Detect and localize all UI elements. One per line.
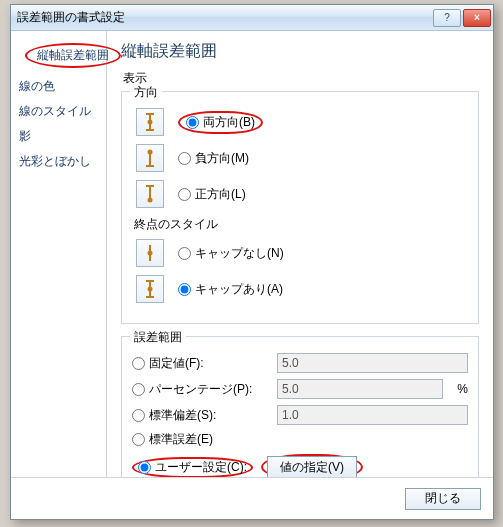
highlight-ellipse: ユーザー設定(C): — [132, 457, 253, 478]
error-percent-input[interactable] — [277, 379, 443, 399]
direction-plus-label: 正方向(L) — [195, 186, 246, 203]
direction-both-icon[interactable] — [136, 108, 164, 136]
error-amount-group: 誤差範囲 固定値(F): パーセンテージ(P): % — [121, 336, 479, 477]
error-percent-label: パーセンテージ(P): — [149, 381, 269, 398]
endstyle-cap-label: キャップあり(A) — [195, 281, 283, 298]
highlight-ellipse: 両方向(B) — [178, 111, 263, 134]
svg-point-11 — [148, 251, 153, 256]
highlight-ellipse: 値の指定(V) — [261, 454, 363, 477]
display-label: 表示 — [123, 70, 479, 87]
direction-minus-radio[interactable] — [178, 152, 191, 165]
close-button[interactable]: × — [463, 9, 491, 27]
error-stddev-radio[interactable] — [132, 409, 145, 422]
sidebar-item-glow[interactable]: 光彩とぼかし — [11, 149, 106, 174]
dialog-close-button[interactable]: 閉じる — [405, 488, 481, 510]
error-percent-unit: % — [457, 382, 468, 396]
svg-point-9 — [148, 198, 153, 203]
sidebar-item-error-bar[interactable]: 縦軸誤差範囲 — [17, 39, 100, 72]
page-title: 縦軸誤差範囲 — [121, 41, 479, 62]
error-fixed-radio[interactable] — [132, 357, 145, 370]
direction-minus-label: 負方向(M) — [195, 150, 249, 167]
error-stderr-label: 標準誤差(E) — [149, 431, 269, 448]
endstyle-legend: 終点のスタイル — [134, 216, 468, 233]
svg-point-15 — [148, 287, 153, 292]
error-stddev-input[interactable] — [277, 405, 468, 425]
error-fixed-label: 固定値(F): — [149, 355, 269, 372]
svg-point-6 — [148, 150, 153, 155]
endstyle-none-radio[interactable] — [178, 247, 191, 260]
direction-plus-radio[interactable] — [178, 188, 191, 201]
error-amount-legend: 誤差範囲 — [130, 329, 186, 346]
direction-both-label: 両方向(B) — [203, 114, 255, 131]
endstyle-cap-icon[interactable] — [136, 275, 164, 303]
sidebar-item-shadow[interactable]: 影 — [11, 124, 106, 149]
error-fixed-input[interactable] — [277, 353, 468, 373]
error-user-radio[interactable] — [138, 461, 151, 474]
dialog-title: 誤差範囲の書式設定 — [17, 9, 431, 26]
specify-value-button[interactable]: 値の指定(V) — [267, 456, 357, 477]
endstyle-none-label: キャップなし(N) — [195, 245, 284, 262]
direction-legend: 方向 — [130, 84, 162, 101]
sidebar-item-line-style[interactable]: 線のスタイル — [11, 99, 106, 124]
error-user-label: ユーザー設定(C): — [155, 459, 247, 476]
category-sidebar: 縦軸誤差範囲 線の色 線のスタイル 影 光彩とぼかし — [11, 31, 107, 477]
error-stddev-label: 標準偏差(S): — [149, 407, 269, 424]
help-button[interactable]: ? — [433, 9, 461, 27]
sidebar-item-line-color[interactable]: 線の色 — [11, 74, 106, 99]
direction-both-radio[interactable] — [186, 116, 199, 129]
direction-minus-icon[interactable] — [136, 144, 164, 172]
direction-plus-icon[interactable] — [136, 180, 164, 208]
error-percent-radio[interactable] — [132, 383, 145, 396]
svg-point-3 — [148, 120, 153, 125]
error-stderr-radio[interactable] — [132, 433, 145, 446]
endstyle-none-icon[interactable] — [136, 239, 164, 267]
direction-group: 方向 両方向(B) — [121, 91, 479, 324]
endstyle-cap-radio[interactable] — [178, 283, 191, 296]
